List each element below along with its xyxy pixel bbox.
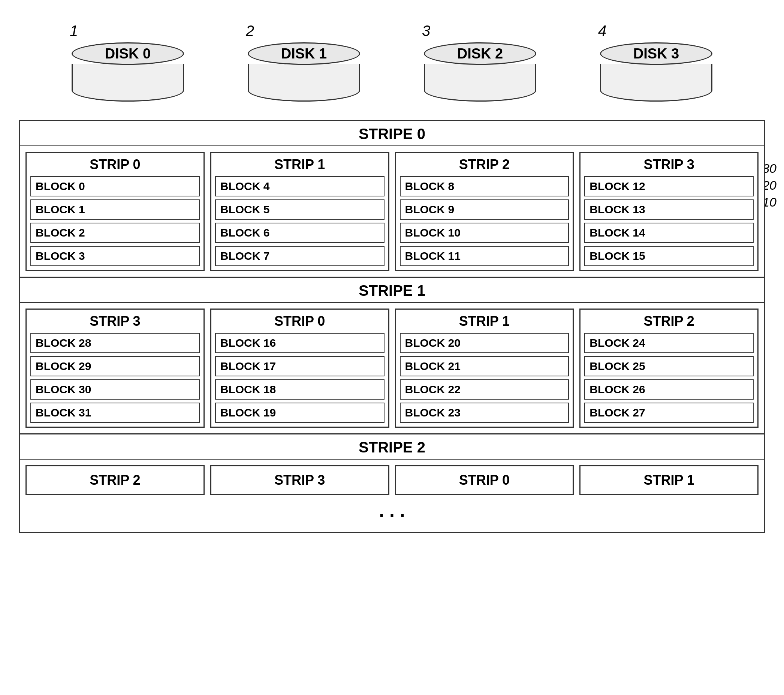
block-item: BLOCK 18 — [215, 380, 384, 400]
disk-label-3: DISK 3 — [633, 46, 679, 62]
block-item: BLOCK 24 — [584, 333, 754, 353]
block-item: BLOCK 1 — [30, 200, 200, 220]
strip-0-1-title: STRIP 1 — [215, 157, 384, 172]
cylinder-top-3: DISK 3 — [600, 42, 712, 65]
block-item: BLOCK 9 — [400, 200, 569, 220]
strip-1-3-box: STRIP 3 BLOCK 28 BLOCK 29 BLOCK 30 BLOCK… — [25, 309, 204, 428]
stripe-2-strips-row: STRIP 2 STRIP 3 STRIP 0 STRIP 1 — [20, 460, 764, 501]
block-item: BLOCK 16 — [215, 333, 384, 353]
stripe-0-box: STRIPE 0 STRIP 0 BLOCK 0 BLOCK 1 BLOCK 2… — [19, 120, 765, 278]
block-item: BLOCK 14 — [584, 223, 754, 243]
disk-wrapper-0: 1 DISK 0 — [40, 23, 216, 102]
strip-1-2-box: STRIP 2 BLOCK 24 BLOCK 25 BLOCK 26 BLOCK… — [580, 309, 759, 428]
block-item: BLOCK 26 — [584, 380, 754, 400]
strip-2-0-title: STRIP 2 — [90, 472, 140, 488]
strip-1-1-box: STRIP 1 BLOCK 20 BLOCK 21 BLOCK 22 BLOCK… — [395, 309, 574, 428]
stripe-2-box: STRIPE 2 STRIP 2 STRIP 3 STRIP 0 STRIP 1… — [19, 434, 765, 533]
strip-2-1-box: STRIP 3 — [210, 465, 389, 495]
strip-0-0-title: STRIP 0 — [30, 157, 200, 172]
strip-2-3-box: STRIP 1 — [580, 465, 759, 495]
block-item: BLOCK 11 — [400, 246, 569, 266]
cylinder-body-0 — [72, 64, 184, 102]
block-item: BLOCK 25 — [584, 356, 754, 376]
disk-cylinder-0: DISK 0 — [72, 42, 184, 102]
strip-2-3-title: STRIP 1 — [644, 472, 694, 488]
disk-wrapper-3: 4 DISK 3 — [568, 23, 744, 102]
strip-2-1-title: STRIP 3 — [274, 472, 325, 488]
block-item: BLOCK 0 — [30, 176, 200, 196]
block-item: BLOCK 4 — [215, 176, 384, 196]
block-item: BLOCK 19 — [215, 403, 384, 423]
block-item: BLOCK 27 — [584, 403, 754, 423]
disk-label-0: DISK 0 — [105, 46, 151, 62]
stripe-2-title: STRIPE 2 — [20, 434, 764, 460]
stripe-1-strips-row: STRIP 3 BLOCK 28 BLOCK 29 BLOCK 30 BLOCK… — [20, 303, 764, 433]
block-item: BLOCK 28 — [30, 333, 200, 353]
block-item: BLOCK 12 — [584, 176, 754, 196]
disk-label-2: DISK 2 — [457, 46, 503, 62]
cylinder-top-0: DISK 0 — [72, 42, 184, 65]
block-item: BLOCK 31 — [30, 403, 200, 423]
block-item: BLOCK 20 — [400, 333, 569, 353]
disk-label-1: DISK 1 — [281, 46, 327, 62]
stripe-0-strips-row: STRIP 0 BLOCK 0 BLOCK 1 BLOCK 2 BLOCK 3 … — [20, 146, 764, 277]
cylinder-body-2 — [424, 64, 536, 102]
stripe-1-box: STRIPE 1 STRIP 3 BLOCK 28 BLOCK 29 BLOCK… — [19, 278, 765, 434]
stripe-0-title: STRIPE 0 — [20, 121, 764, 146]
strip-1-2-title: STRIP 2 — [584, 314, 754, 329]
disks-row: 1 DISK 0 2 DISK 1 3 DISK 2 — [0, 0, 784, 102]
disk-number-0: 1 — [70, 23, 78, 40]
disk-cylinder-1: DISK 1 — [248, 42, 360, 102]
cylinder-top-2: DISK 2 — [424, 42, 536, 65]
disk-cylinder-3: DISK 3 — [600, 42, 712, 102]
block-item: BLOCK 30 — [30, 380, 200, 400]
strip-2-2-title: STRIP 0 — [459, 472, 510, 488]
strip-1-3-title: STRIP 3 — [30, 314, 200, 329]
stripes-area: STRIPE 0 STRIP 0 BLOCK 0 BLOCK 1 BLOCK 2… — [19, 120, 765, 533]
block-item: BLOCK 15 — [584, 246, 754, 266]
block-item: BLOCK 7 — [215, 246, 384, 266]
block-item: BLOCK 2 — [30, 223, 200, 243]
disk-number-1: 2 — [246, 23, 254, 40]
strip-1-0-box: STRIP 0 BLOCK 16 BLOCK 17 BLOCK 18 BLOCK… — [210, 309, 389, 428]
strip-2-0-box: STRIP 2 — [25, 465, 204, 495]
strip-1-0-title: STRIP 0 — [215, 314, 384, 329]
strip-0-3-box: STRIP 3 BLOCK 12 BLOCK 13 BLOCK 14 BLOCK… — [580, 152, 759, 271]
block-item: BLOCK 6 — [215, 223, 384, 243]
strip-0-2-box: STRIP 2 BLOCK 8 BLOCK 9 BLOCK 10 BLOCK 1… — [395, 152, 574, 271]
disk-number-2: 3 — [422, 23, 430, 40]
block-item: BLOCK 3 — [30, 246, 200, 266]
main-container: 1 DISK 0 2 DISK 1 3 DISK 2 — [0, 0, 784, 695]
disk-cylinder-2: DISK 2 — [424, 42, 536, 102]
block-item: BLOCK 21 — [400, 356, 569, 376]
strip-0-1-box: STRIP 1 BLOCK 4 BLOCK 5 BLOCK 6 BLOCK 7 — [210, 152, 389, 271]
disk-wrapper-2: 3 DISK 2 — [392, 23, 568, 102]
cylinder-body-1 — [248, 64, 360, 102]
disk-number-3: 4 — [598, 23, 606, 40]
block-item: BLOCK 17 — [215, 356, 384, 376]
block-item: BLOCK 13 — [584, 200, 754, 220]
cylinder-top-1: DISK 1 — [248, 42, 360, 65]
block-item: BLOCK 22 — [400, 380, 569, 400]
block-item: BLOCK 23 — [400, 403, 569, 423]
strip-0-3-title: STRIP 3 — [584, 157, 754, 172]
stripe-1-title: STRIPE 1 — [20, 278, 764, 303]
block-item: BLOCK 5 — [215, 200, 384, 220]
strip-1-1-title: STRIP 1 — [400, 314, 569, 329]
block-item: BLOCK 29 — [30, 356, 200, 376]
strip-2-2-box: STRIP 0 — [395, 465, 574, 495]
cylinder-body-3 — [600, 64, 712, 102]
block-item: BLOCK 8 — [400, 176, 569, 196]
block-item: BLOCK 10 — [400, 223, 569, 243]
strip-0-2-title: STRIP 2 — [400, 157, 569, 172]
disk-wrapper-1: 2 DISK 1 — [216, 23, 392, 102]
strip-0-0-box: STRIP 0 BLOCK 0 BLOCK 1 BLOCK 2 BLOCK 3 — [25, 152, 204, 271]
ellipsis: · · · — [20, 501, 764, 532]
